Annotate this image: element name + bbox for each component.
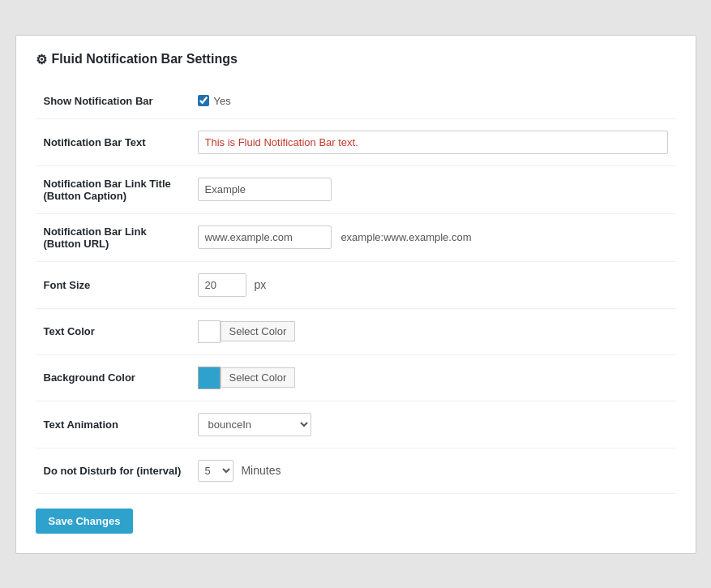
show-bar-label: Show Notification Bar xyxy=(36,84,190,119)
link-url-row: Notification Bar Link (Button URL) examp… xyxy=(36,213,676,261)
show-notification-bar-row: Show Notification Bar Yes xyxy=(36,84,676,119)
text-color-label: Text Color xyxy=(36,308,190,354)
bar-text-row: Notification Bar Text xyxy=(36,118,676,165)
interval-label: Do not Disturb for (interval) xyxy=(36,448,190,493)
bg-color-control: Select Color xyxy=(190,354,676,401)
link-url-control: example:www.example.com xyxy=(190,213,676,261)
link-title-control xyxy=(190,165,676,213)
animation-control: bounceIn fadeIn slideIn none xyxy=(190,401,676,448)
bg-color-row: Background Color Select Color xyxy=(36,354,676,401)
link-title-input[interactable] xyxy=(198,178,332,201)
interval-select[interactable]: 1 2 3 4 5 10 15 30 xyxy=(198,460,233,482)
font-size-control: px xyxy=(190,261,676,308)
panel-title: ⚙ Fluid Notification Bar Settings xyxy=(36,52,676,67)
bg-color-swatch[interactable] xyxy=(198,367,221,389)
save-changes-button[interactable]: Save Changes xyxy=(36,509,134,534)
link-url-hint: example:www.example.com xyxy=(341,231,471,243)
px-label: px xyxy=(254,278,266,291)
bar-text-input[interactable] xyxy=(198,131,668,154)
gear-icon: ⚙ xyxy=(36,52,47,67)
animation-label: Text Animation xyxy=(36,401,190,448)
interval-row: Do not Disturb for (interval) 1 2 3 4 5 … xyxy=(36,448,676,493)
bg-color-label: Background Color xyxy=(36,354,190,401)
text-color-swatch[interactable] xyxy=(198,320,221,343)
link-url-input[interactable] xyxy=(198,225,332,249)
settings-panel: ⚙ Fluid Notification Bar Settings Show N… xyxy=(15,35,696,554)
bg-color-select-button[interactable]: Select Color xyxy=(221,367,296,388)
interval-control: 1 2 3 4 5 10 15 30 Minutes xyxy=(190,448,676,493)
text-color-control: Select Color xyxy=(190,308,676,354)
show-bar-control: Yes xyxy=(190,84,676,119)
font-size-label: Font Size xyxy=(36,261,190,308)
link-title-label: Notification Bar Link Title (Button Capt… xyxy=(36,165,190,213)
show-bar-yes-label: Yes xyxy=(214,95,231,107)
bar-text-control xyxy=(190,118,676,165)
link-url-label: Notification Bar Link (Button URL) xyxy=(36,213,190,261)
text-color-row: Text Color Select Color xyxy=(36,308,676,354)
interval-unit-label: Minutes xyxy=(241,464,281,477)
show-bar-checkbox[interactable] xyxy=(198,95,209,106)
font-size-row: Font Size px xyxy=(36,261,676,308)
font-size-input[interactable] xyxy=(198,273,246,297)
link-title-row: Notification Bar Link Title (Button Capt… xyxy=(36,165,676,213)
animation-row: Text Animation bounceIn fadeIn slideIn n… xyxy=(36,401,676,448)
animation-select[interactable]: bounceIn fadeIn slideIn none xyxy=(198,413,311,436)
text-color-select-button[interactable]: Select Color xyxy=(221,321,296,341)
bar-text-label: Notification Bar Text xyxy=(36,118,190,165)
